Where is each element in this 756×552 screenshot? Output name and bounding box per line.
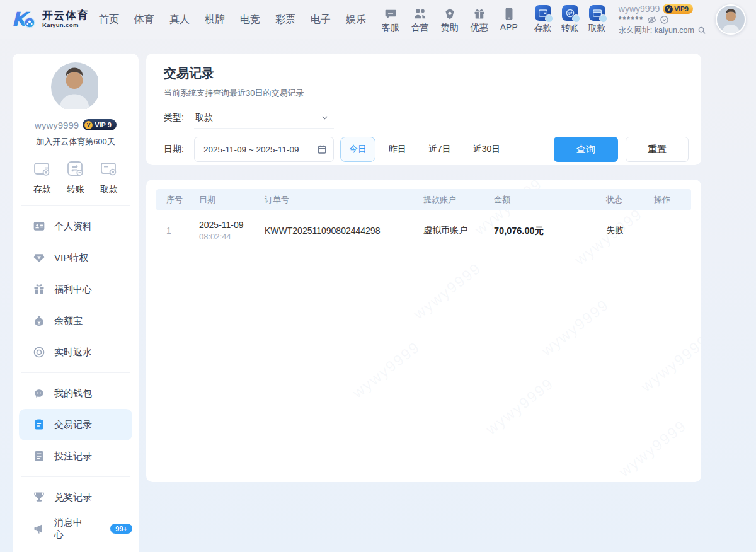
type-filter-row: 类型: 取款 xyxy=(164,107,689,129)
partner-button[interactable]: 合营 xyxy=(411,6,429,33)
nav-item-live[interactable]: 真人 xyxy=(169,13,190,26)
filter-card: 交易记录 当前系统支持查询最近30日的交易记录 类型: 取款 日期: 2025-… xyxy=(146,54,701,165)
top-navigation: 首页 体育 真人 棋牌 电竞 彩票 电子 娱乐 xyxy=(99,13,366,26)
chat-icon xyxy=(382,6,399,20)
nav-item-chess[interactable]: 棋牌 xyxy=(205,13,225,26)
type-select-value: 取款 xyxy=(195,112,213,124)
card-outline-icon xyxy=(94,160,123,179)
records-table-card: wywy9999 wywy9999 wywy9999 wywy9999 wywy… xyxy=(146,180,701,482)
range-yesterday-button[interactable]: 昨日 xyxy=(380,137,415,162)
app-button[interactable]: APP xyxy=(500,6,518,33)
nav-item-esports[interactable]: 电竞 xyxy=(240,13,260,26)
type-select[interactable]: 取款 xyxy=(194,107,334,129)
row-amount: 70,076.00元 xyxy=(484,210,596,251)
people-icon xyxy=(411,6,429,20)
range-7days-button[interactable]: 近7日 xyxy=(420,137,460,162)
nav-item-slots[interactable]: 电子 xyxy=(311,13,331,26)
row-account: 虚拟币账户 xyxy=(413,210,484,251)
sidebar-item-wallet[interactable]: 我的钱包 xyxy=(19,377,132,409)
filter-buttons: 查询 重置 xyxy=(554,137,689,162)
sidebar-item-rebate[interactable]: 实时返水 xyxy=(19,336,132,368)
range-30days-button[interactable]: 近30日 xyxy=(464,137,510,162)
nav-item-lottery[interactable]: 彩票 xyxy=(275,13,295,26)
vip-badge-sidebar[interactable]: V VIP 9 xyxy=(83,119,117,130)
reset-button[interactable]: 重置 xyxy=(626,137,689,162)
service-button[interactable]: 客服 xyxy=(382,6,399,33)
page-subtitle: 当前系统支持查询最近30日的交易记录 xyxy=(164,88,689,99)
user-info-block: wywy9999 V VIP9 ****** 永久网址: kaiyun.com xyxy=(619,4,707,36)
nav-item-entertainment[interactable]: 娱乐 xyxy=(346,13,366,26)
permanent-url: 永久网址: kaiyun.com xyxy=(619,25,694,36)
withdraw-button-sidebar[interactable]: 取款 xyxy=(94,160,123,195)
masked-balance: ****** xyxy=(619,14,644,25)
withdraw-button-top[interactable]: 取款 xyxy=(588,5,606,34)
avatar[interactable] xyxy=(716,4,746,35)
page-title: 交易记录 xyxy=(164,65,689,82)
sponsor-button[interactable]: 赞助 xyxy=(441,6,459,33)
wallet-outline-icon xyxy=(28,160,57,179)
col-amount: 金额 xyxy=(484,189,596,210)
sidebar-item-profile[interactable]: 个人资料 xyxy=(19,210,132,242)
deposit-icon xyxy=(535,5,551,21)
money-pouch-icon xyxy=(33,314,45,327)
bet-record-icon xyxy=(33,450,45,463)
sidebar-item-messages[interactable]: 消息中心 99+ xyxy=(19,513,132,544)
record-book-icon xyxy=(33,418,45,431)
sidebar-item-transactions[interactable]: 交易记录 xyxy=(19,409,132,440)
row-order-no: KWWT202511090802444298 xyxy=(255,210,413,251)
date-filter-row: 日期: 2025-11-09 ~ 2025-11-09 今日 昨日 近7日 近3… xyxy=(164,137,689,162)
calendar-icon[interactable] xyxy=(317,144,327,154)
sidebar-item-prizes[interactable]: 兑奖记录 xyxy=(19,481,132,513)
profile-avatar[interactable] xyxy=(51,62,100,112)
quick-range-group: 今日 昨日 近7日 近30日 xyxy=(340,137,509,162)
sidebar-menu-misc: 兑奖记录 消息中心 99+ xyxy=(13,477,139,549)
col-action: 操作 xyxy=(644,189,691,210)
eye-off-icon[interactable] xyxy=(647,15,656,25)
col-index: 序号 xyxy=(156,189,189,210)
megaphone-icon xyxy=(33,522,45,535)
id-card-icon xyxy=(33,220,45,233)
row-action xyxy=(644,210,691,251)
deposit-button-top[interactable]: 存款 xyxy=(534,5,552,34)
records-table: 序号 日期 订单号 提款账户 金额 状态 操作 1 xyxy=(156,189,691,251)
deposit-button-sidebar[interactable]: 存款 xyxy=(28,160,57,195)
range-today-button[interactable]: 今日 xyxy=(340,137,375,162)
row-status: 失败 xyxy=(596,210,644,251)
vip-badge-top[interactable]: V VIP9 xyxy=(663,4,693,14)
sidebar-menu-account: 个人资料 VIP特权 福利中心 xyxy=(13,206,139,372)
top-icon-group: 客服 合营 赞助 优惠 xyxy=(382,6,518,33)
date-range-value: 2025-11-09 ~ 2025-11-09 xyxy=(203,145,317,154)
date-range-input[interactable]: 2025-11-09 ~ 2025-11-09 xyxy=(194,137,334,162)
transfer-outline-icon xyxy=(61,160,90,179)
transfer-button-top[interactable]: 转账 xyxy=(561,5,579,34)
gift-box-icon xyxy=(33,283,45,296)
message-count-badge: 99+ xyxy=(110,524,132,534)
chevron-down-icon xyxy=(321,113,329,122)
brand-logo[interactable]: K 开云体育 Kaiyun.com xyxy=(10,8,89,31)
sidebar-item-bets[interactable]: 投注记录 xyxy=(19,440,132,472)
sidebar-item-vip[interactable]: VIP特权 xyxy=(19,242,132,273)
col-date: 日期 xyxy=(189,189,255,210)
page: K 开云体育 Kaiyun.com 首页 体育 真人 棋牌 电竞 彩票 电子 娱… xyxy=(0,0,756,552)
username[interactable]: wywy9999 xyxy=(619,4,660,14)
badge-icon xyxy=(441,6,459,20)
nav-item-sports[interactable]: 体育 xyxy=(134,13,154,26)
sidebar-menu-records: 我的钱包 交易记录 投注记录 xyxy=(13,373,139,476)
wallet-quick-actions: 存款 转账 取款 xyxy=(534,5,606,34)
nav-item-home[interactable]: 首页 xyxy=(99,13,119,26)
sidebar-item-yuebao[interactable]: 余额宝 xyxy=(19,305,132,336)
vip-shield-icon: V xyxy=(84,121,93,129)
main-content: 交易记录 当前系统支持查询最近30日的交易记录 类型: 取款 日期: 2025-… xyxy=(146,54,701,482)
promo-button[interactable]: 优惠 xyxy=(471,6,488,33)
type-label: 类型: xyxy=(164,112,194,124)
sidebar: wywy9999 V VIP 9 加入开云体育第600天 存款 xyxy=(13,54,139,552)
trophy-icon xyxy=(33,491,45,503)
brand-text: 开云体育 Kaiyun.com xyxy=(42,10,89,28)
search-button[interactable]: 查询 xyxy=(554,137,618,162)
search-icon[interactable] xyxy=(697,26,707,35)
phone-icon xyxy=(500,6,518,20)
transfer-button-sidebar[interactable]: 转账 xyxy=(61,160,90,195)
brand-name: 开云体育 xyxy=(42,10,89,22)
refresh-circle-icon[interactable] xyxy=(660,15,669,25)
sidebar-item-welfare[interactable]: 福利中心 xyxy=(19,273,132,305)
